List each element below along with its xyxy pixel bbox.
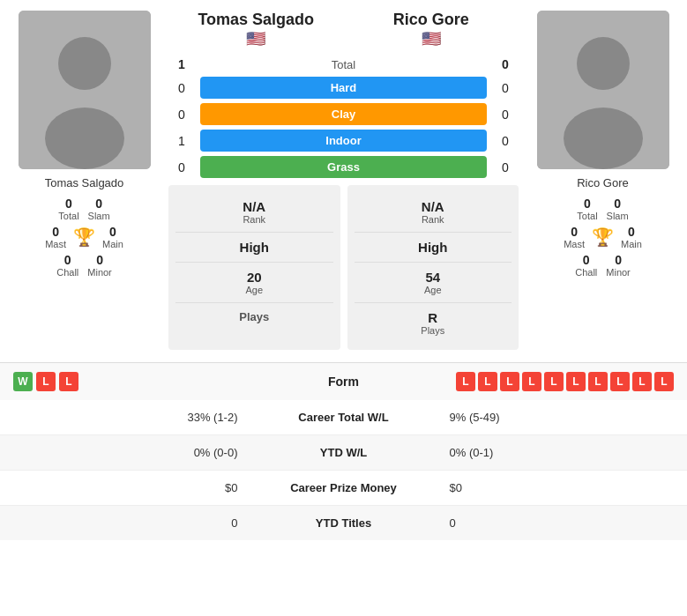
right-flag: 🇺🇸 bbox=[344, 30, 519, 49]
form-badge-l1: L bbox=[36, 372, 56, 391]
svg-point-1 bbox=[58, 37, 111, 90]
left-stat-main: 0 Main bbox=[102, 225, 123, 249]
right-player-card: Rico Gore 0 Total 0 Slam 0 Mast 🏆 0 Main bbox=[526, 11, 680, 278]
stats-table: 33% (1-2) Career Total W/L 9% (5-49) 0% … bbox=[0, 400, 687, 540]
right-player-name-center: Rico Gore 🇺🇸 bbox=[344, 11, 519, 48]
left-player-name-center: Tomas Salgado 🇺🇸 bbox=[168, 11, 344, 48]
left-player-avatar bbox=[19, 11, 151, 169]
left-age-box: 20 Age bbox=[175, 263, 333, 303]
right-player-avatar bbox=[537, 11, 669, 169]
surface-row-indoor: 1 Indoor 0 bbox=[168, 130, 519, 152]
left-stat-total: 0 Total bbox=[58, 197, 78, 221]
right-stat-total: 0 Total bbox=[577, 197, 597, 221]
right-player-name: Rico Gore bbox=[577, 176, 629, 189]
right-stat-mast: 0 Mast bbox=[564, 225, 585, 249]
left-stat-slam: 0 Slam bbox=[88, 197, 110, 221]
surface-badge-hard: Hard bbox=[200, 77, 487, 99]
left-rank-box: N/A Rank bbox=[175, 192, 333, 233]
left-info-panel: N/A Rank High 20 Age Plays bbox=[168, 185, 340, 350]
form-row: W L L Form L L L L L L L L L L bbox=[0, 363, 687, 400]
left-player-name: Tomas Salgado bbox=[45, 176, 124, 189]
left-high-box: High bbox=[175, 233, 333, 263]
right-form-badges: L L L L L L L L L L bbox=[432, 372, 675, 391]
bottom-section: W L L Form L L L L L L L L L L 33% (1-2)… bbox=[0, 362, 687, 540]
surface-row-total: 1 Total 0 bbox=[168, 57, 519, 71]
left-flag: 🇺🇸 bbox=[168, 30, 344, 49]
right-trophy-icon: 🏆 bbox=[592, 226, 614, 248]
svg-point-2 bbox=[45, 108, 124, 169]
svg-point-5 bbox=[564, 108, 643, 169]
right-stat-chall: 0 Chall bbox=[575, 253, 597, 278]
right-stat-slam: 0 Slam bbox=[607, 197, 629, 221]
stats-row-career-total: 33% (1-2) Career Total W/L 9% (5-49) bbox=[0, 400, 687, 435]
form-badge-w: W bbox=[13, 372, 33, 391]
left-player-card: Tomas Salgado 0 Total 0 Slam 0 Mast 🏆 0 … bbox=[7, 11, 161, 278]
surface-rows: 0 Hard 0 0 Clay 0 1 Indoor 0 0 Grass 0 bbox=[168, 77, 519, 178]
right-plays-box: R Plays bbox=[355, 303, 512, 343]
right-rank-box: N/A Rank bbox=[355, 192, 512, 233]
form-label: Form bbox=[256, 375, 432, 389]
surface-badge-grass: Grass bbox=[200, 156, 487, 178]
left-trophy-icon: 🏆 bbox=[73, 226, 95, 248]
right-info-panel: N/A Rank High 54 Age R Plays bbox=[347, 185, 519, 350]
center-section: Tomas Salgado 🇺🇸 Rico Gore 🇺🇸 1 Total 0 … bbox=[161, 11, 526, 350]
right-stat-main: 0 Main bbox=[621, 225, 642, 249]
surface-row-clay: 0 Clay 0 bbox=[168, 103, 519, 125]
surface-row-hard: 0 Hard 0 bbox=[168, 77, 519, 99]
surface-badge-clay: Clay bbox=[200, 103, 487, 125]
left-stat-minor: 0 Minor bbox=[87, 253, 112, 278]
left-plays-box: Plays bbox=[175, 303, 333, 330]
left-form-badges: W L L bbox=[13, 372, 256, 391]
right-high-box: High bbox=[355, 233, 512, 263]
surface-row-grass: 0 Grass 0 bbox=[168, 156, 519, 178]
stats-row-prize: $0 Career Prize Money $0 bbox=[0, 471, 687, 506]
right-stat-minor: 0 Minor bbox=[606, 253, 631, 278]
left-stat-chall: 0 Chall bbox=[56, 253, 78, 278]
form-badge-l2: L bbox=[59, 372, 78, 391]
svg-point-4 bbox=[577, 37, 630, 90]
right-age-box: 54 Age bbox=[355, 263, 512, 303]
left-stat-mast: 0 Mast bbox=[45, 225, 66, 249]
surface-badge-indoor: Indoor bbox=[200, 130, 487, 152]
stats-row-titles: 0 YTD Titles 0 bbox=[0, 506, 687, 540]
stats-row-ytd: 0% (0-0) YTD W/L 0% (0-1) bbox=[0, 435, 687, 471]
